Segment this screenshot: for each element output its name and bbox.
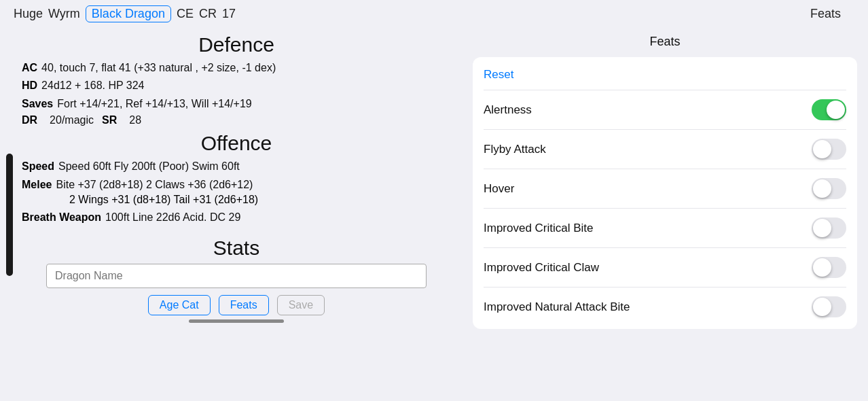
toggle-slider bbox=[812, 296, 846, 317]
speed-label: Speed bbox=[22, 159, 54, 174]
feats-button[interactable]: Feats bbox=[219, 295, 269, 315]
feat-row: Improved Critical Claw bbox=[484, 247, 846, 287]
breath-value: 100ft Line 22d6 Acid. DC 29 bbox=[105, 210, 240, 225]
size-label: Huge bbox=[14, 7, 43, 21]
feat-row: Hover bbox=[484, 169, 846, 208]
saves-row: Saves Fort +14/+21, Ref +14/+13, Will +1… bbox=[22, 97, 451, 111]
cr-value: 17 bbox=[222, 7, 236, 21]
feat-label: Improved Critical Claw bbox=[484, 261, 599, 275]
feat-label: Improved Natural Attack Bite bbox=[484, 300, 630, 314]
toggle-slider bbox=[812, 178, 846, 199]
top-bar: Huge Wyrm Black Dragon CE CR 17 Feats bbox=[0, 0, 868, 28]
feat-toggle[interactable] bbox=[812, 217, 846, 239]
ac-row: AC 40, touch 7, flat 41 (+33 natural , +… bbox=[22, 60, 451, 75]
feat-toggle[interactable] bbox=[812, 257, 846, 278]
age-cat-button[interactable]: Age Cat bbox=[148, 295, 211, 315]
feat-toggle[interactable] bbox=[812, 139, 846, 160]
hd-label: HD bbox=[22, 78, 37, 93]
sr-label: SR bbox=[102, 114, 117, 126]
feat-toggle[interactable] bbox=[812, 99, 846, 120]
left-panel: Defence AC 40, touch 7, flat 41 (+33 nat… bbox=[19, 28, 462, 401]
feat-toggle[interactable] bbox=[812, 296, 846, 317]
breath-row: Breath Weapon 100ft Line 22d6 Acid. DC 2… bbox=[22, 210, 451, 225]
saves-label: Saves bbox=[22, 97, 53, 111]
dr-label: DR bbox=[22, 114, 37, 126]
save-button[interactable]: Save bbox=[277, 295, 325, 315]
feat-row: Improved Natural Attack Bite bbox=[484, 287, 846, 326]
offence-title: Offence bbox=[22, 132, 451, 155]
feat-label: Alertness bbox=[484, 103, 532, 117]
melee-label: Melee bbox=[22, 177, 52, 192]
scroll-indicator bbox=[22, 315, 451, 326]
saves-value: Fort +14/+21, Ref +14/+13, Will +14/+19 bbox=[57, 97, 251, 111]
stats-section: Stats Age Cat Feats Save bbox=[22, 237, 451, 315]
left-side: Defence AC 40, touch 7, flat 41 (+33 nat… bbox=[0, 28, 462, 401]
reset-button[interactable]: Reset bbox=[484, 60, 513, 90]
alignment-label: CE bbox=[177, 7, 194, 21]
age-label: Wyrm bbox=[48, 7, 80, 21]
feat-label: Improved Critical Bite bbox=[484, 222, 594, 235]
toggle-slider bbox=[812, 217, 846, 239]
scrollbar-thumb[interactable] bbox=[6, 154, 13, 276]
feat-row: Improved Critical Bite bbox=[484, 208, 846, 247]
hd-row: HD 24d12 + 168. HP 324 bbox=[22, 78, 451, 93]
main-content: Defence AC 40, touch 7, flat 41 (+33 nat… bbox=[0, 28, 868, 401]
dr-value: 20/magic bbox=[50, 114, 94, 126]
defence-title: Defence bbox=[22, 33, 451, 56]
feats-header-top: Feats bbox=[810, 7, 841, 21]
stats-title: Stats bbox=[22, 237, 451, 260]
right-panel: Feats Reset AlertnessFlyby AttackHoverIm… bbox=[462, 28, 868, 401]
feat-toggle[interactable] bbox=[812, 178, 846, 199]
creature-info: Huge Wyrm Black Dragon CE CR 17 bbox=[14, 5, 236, 22]
feats-list: AlertnessFlyby AttackHoverImproved Criti… bbox=[484, 90, 846, 326]
breath-label: Breath Weapon bbox=[22, 210, 101, 225]
dragon-type-badge[interactable]: Black Dragon bbox=[86, 5, 171, 22]
button-row: Age Cat Feats Save bbox=[22, 295, 451, 315]
melee-line2: 2 Wings +31 (d8+18) Tail +31 (2d6+18) bbox=[22, 192, 258, 207]
hd-value: 24d12 + 168. HP 324 bbox=[41, 78, 144, 93]
feat-label: Flyby Attack bbox=[484, 143, 546, 156]
toggle-slider bbox=[812, 139, 846, 160]
ac-value: 40, touch 7, flat 41 (+33 natural , +2 s… bbox=[41, 60, 276, 75]
dr-sr-row: DR 20/magic SR 28 bbox=[22, 114, 451, 126]
feats-panel-title: Feats bbox=[473, 35, 857, 49]
ac-label: AC bbox=[22, 60, 37, 75]
dragon-name-input[interactable] bbox=[46, 264, 427, 288]
speed-row: Speed Speed 60ft Fly 200ft (Poor) Swim 6… bbox=[22, 159, 451, 174]
melee-line1: Bite +37 (2d8+18) 2 Claws +36 (2d6+12) bbox=[56, 177, 253, 192]
speed-value: Speed 60ft Fly 200ft (Poor) Swim 60ft bbox=[58, 159, 240, 174]
melee-row: Melee Bite +37 (2d8+18) 2 Claws +36 (2d6… bbox=[22, 177, 451, 208]
scrollbar-track[interactable] bbox=[0, 28, 19, 401]
toggle-slider bbox=[812, 99, 846, 120]
toggle-slider bbox=[812, 257, 846, 278]
feats-card: Reset AlertnessFlyby AttackHoverImproved… bbox=[473, 57, 857, 329]
sr-value: 28 bbox=[129, 114, 141, 126]
feat-row: Flyby Attack bbox=[484, 129, 846, 169]
scroll-indicator-bar bbox=[189, 319, 284, 323]
cr-label: CR bbox=[199, 7, 217, 21]
feat-row: Alertness bbox=[484, 90, 846, 129]
feat-label: Hover bbox=[484, 182, 514, 196]
